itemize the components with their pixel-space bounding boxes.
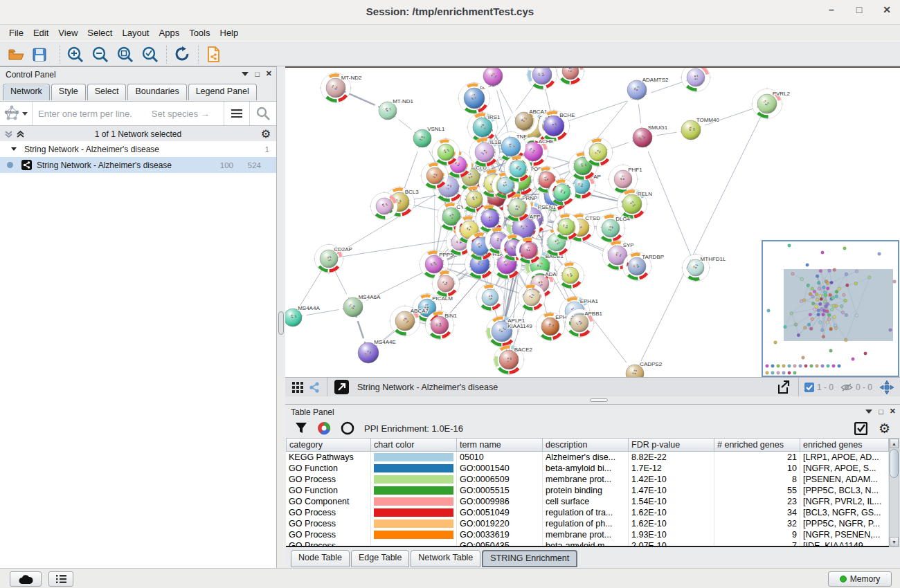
menu-item-help[interactable]: Help (215, 26, 244, 39)
table-row[interactable]: KEGG Pathways05010Alzheimer's dise...8.8… (286, 452, 889, 463)
network-node-smug1[interactable]: SMUG1 (630, 125, 668, 150)
selected-nodes-checkbox-icon[interactable] (804, 383, 814, 392)
column-header-category[interactable]: category (286, 438, 371, 452)
table-row[interactable]: GO FunctionGO:0005515protein binding1.47… (286, 485, 889, 496)
cell-genes_count[interactable]: 23 (714, 496, 800, 507)
menu-item-view[interactable]: View (53, 26, 82, 39)
column-header-chart-color[interactable]: chart color (371, 438, 457, 452)
cell-description[interactable]: cell surface (543, 496, 629, 507)
cell-fdr[interactable]: 1.42E-10 (629, 474, 714, 485)
cell-genes[interactable]: [PPP5C, BCL3, N... (800, 485, 889, 496)
cell-term[interactable]: GO:0033619 (457, 529, 543, 540)
network-node-ms4a4a[interactable]: MS4A4A (285, 305, 320, 330)
table-row[interactable]: GO FunctionGO:0001540beta-amyloid bi...1… (286, 463, 889, 474)
scroll-up-button[interactable]: ▲ (890, 439, 899, 448)
export-network-icon[interactable] (776, 380, 791, 395)
birds-eye-toggle-icon[interactable] (879, 380, 894, 395)
memory-button[interactable]: Memory (828, 571, 892, 587)
cell-color[interactable] (371, 496, 457, 507)
cell-genes_count[interactable]: 8 (714, 474, 800, 485)
cell-description[interactable]: beta-amyloid m... (543, 540, 629, 547)
cell-fdr[interactable]: 1.54E-10 (629, 496, 714, 507)
network-node-bace2[interactable]: BACE2 (493, 344, 533, 376)
cell-term[interactable]: GO:0005515 (457, 485, 543, 496)
cell-genes_count[interactable]: 32 (714, 518, 800, 529)
cell-color[interactable] (371, 463, 457, 474)
panel-menu-icon[interactable] (242, 71, 249, 77)
cell-fdr[interactable]: 8.82E-22 (629, 452, 714, 463)
cell-term[interactable]: 05010 (457, 452, 543, 463)
network-node-ms4a4e[interactable]: MS4A4E (355, 339, 396, 366)
share-view-icon[interactable] (309, 382, 320, 393)
refresh-button[interactable] (172, 44, 192, 65)
enrichment-settings-gear-icon[interactable]: ⚙ (879, 422, 890, 435)
cell-genes[interactable]: [NGFR, APOE, S... (800, 463, 889, 474)
panel-float-icon[interactable]: □ (879, 407, 883, 416)
cell-color[interactable] (371, 518, 457, 529)
tab-style[interactable]: Style (51, 84, 86, 100)
cell-genes_count[interactable]: 21 (714, 452, 800, 463)
network-node-mthfd1l[interactable]: MTHFD1L (681, 253, 727, 283)
network-from-file-button[interactable] (204, 44, 224, 65)
minimize-button[interactable]: – (825, 4, 838, 15)
tab-network[interactable]: Network (3, 84, 50, 100)
network-node[interactable] (556, 261, 586, 291)
cell-term[interactable]: GO:0051049 (457, 507, 543, 518)
network-node-pvrl2[interactable]: PVRL2 (751, 88, 791, 120)
cloud-button[interactable] (10, 571, 42, 587)
network-node[interactable] (480, 68, 506, 89)
cell-color[interactable] (371, 507, 457, 518)
cell-term[interactable]: GO:0001540 (457, 463, 543, 474)
maximize-button[interactable]: □ (853, 4, 865, 15)
cell-fdr[interactable]: 2.07E-10 (629, 540, 714, 547)
cell-term[interactable]: GO:0006509 (457, 474, 543, 485)
cell-description[interactable]: protein binding (543, 485, 629, 496)
network-node-mt-nd1[interactable]: MT-ND1 (376, 98, 414, 123)
table-row[interactable]: GO ProcessGO:0050435beta-amyloid m...2.0… (286, 540, 889, 547)
cell-fdr[interactable]: 1.7E-12 (629, 463, 714, 474)
open-session-button[interactable] (6, 44, 26, 65)
panel-close-icon[interactable]: ✕ (266, 69, 272, 78)
filter-icon[interactable] (295, 422, 307, 434)
cell-term[interactable]: GO:0019220 (457, 518, 543, 529)
cell-fdr[interactable]: 1.93E-10 (629, 529, 714, 540)
network-node[interactable] (681, 68, 712, 93)
table-scrollbar[interactable]: ▲ ▼ (889, 438, 899, 547)
cell-category[interactable]: GO Process (286, 529, 371, 540)
cell-category[interactable]: GO Process (286, 507, 371, 518)
cell-category[interactable]: KEGG Pathways (286, 452, 371, 463)
cell-category[interactable]: GO Process (286, 540, 371, 547)
cell-category[interactable]: GO Process (286, 518, 371, 529)
column-header-description[interactable]: description (543, 438, 629, 452)
string-query-placeholder[interactable]: Enter one term per line. (38, 109, 132, 119)
menu-item-edit[interactable]: Edit (28, 26, 53, 39)
cell-term[interactable]: GO:0050435 (457, 540, 543, 547)
select-all-checkbox-icon[interactable] (854, 422, 867, 435)
network-node-dlg4[interactable]: DLG4 (595, 213, 631, 244)
cell-term[interactable]: GO:0009986 (457, 496, 543, 507)
cell-genes[interactable]: [NGFR, PSENEN,... (800, 529, 889, 540)
network-node-cd2ap[interactable]: CD2AP (314, 244, 352, 275)
close-button[interactable]: ✕ (881, 4, 893, 15)
menu-item-select[interactable]: Select (82, 26, 117, 39)
cell-genes_count[interactable]: 34 (714, 507, 800, 518)
column-header-term-name[interactable]: term name (457, 438, 543, 452)
column-header-FDR-p-value[interactable]: FDR p-value (629, 438, 714, 452)
network-node-ms4a6a[interactable]: MS4A6A (341, 294, 381, 320)
clear-chart-icon[interactable] (341, 421, 354, 435)
task-list-button[interactable] (48, 571, 73, 587)
menu-item-apps[interactable]: Apps (154, 26, 185, 39)
panel-close-icon[interactable]: ✕ (890, 407, 896, 416)
column-header--enriched-genes[interactable]: # enriched genes (714, 438, 800, 452)
cell-color[interactable] (371, 529, 457, 540)
save-session-button[interactable] (29, 44, 50, 65)
network-node-mt-nd2[interactable]: MT-ND2 (320, 72, 363, 104)
zoom-fit-button[interactable] (115, 44, 136, 65)
cell-genes_count[interactable]: 10 (714, 463, 800, 474)
zoom-selected-button[interactable] (140, 44, 161, 65)
cell-category[interactable]: GO Process (286, 474, 371, 485)
tab-edge-table[interactable]: Edge Table (351, 550, 409, 567)
cell-category[interactable]: GO Function (286, 485, 371, 496)
cell-category[interactable]: GO Component (286, 496, 371, 507)
table-row[interactable]: GO ProcessGO:0006509membrane prot...1.42… (286, 474, 889, 485)
